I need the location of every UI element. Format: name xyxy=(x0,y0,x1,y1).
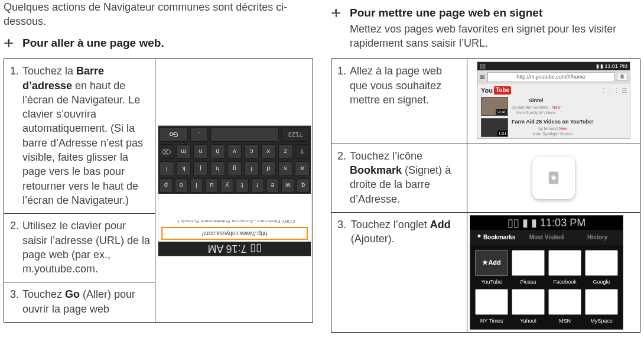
address-field[interactable]: http://m.youtube.com/#/home xyxy=(487,72,614,82)
key[interactable]: j xyxy=(194,161,209,175)
bookmark-cell[interactable]: Google xyxy=(585,250,618,285)
key[interactable]: u xyxy=(206,178,219,193)
key[interactable]: e xyxy=(266,178,279,193)
key[interactable]: i xyxy=(190,178,203,193)
key[interactable]: r xyxy=(251,178,264,193)
keyboard-screenshot: ▯▯ 7:16 AM http://www.cobyusa.com/ COBY … xyxy=(158,125,311,256)
key[interactable]: p xyxy=(160,178,173,193)
bookmarks-screenshot: ▯▯ ▮ ▮ 11:03 PM Bookmarks Most Visited H… xyxy=(470,215,623,330)
youtube-logo: YouTube ⋮⋮⋮ ☰ xyxy=(477,84,630,96)
key[interactable]: y xyxy=(220,178,233,193)
step-1: 1. Touchez la Barre d’adresse en haut de… xyxy=(10,64,150,207)
section-heading-row: Pour aller à une page web. xyxy=(4,36,313,51)
key-go[interactable]: Go xyxy=(160,127,188,142)
key[interactable]: c xyxy=(245,144,259,159)
key[interactable]: v xyxy=(227,144,242,159)
key[interactable]: q xyxy=(297,178,310,193)
key[interactable]: o xyxy=(175,178,188,193)
video-row[interactable]: 14:48 Sintel by BlenderFoundati... New f… xyxy=(477,96,630,117)
status-bar: ▯▯ 7:16 AM xyxy=(158,241,311,255)
youtube-screenshot: ▯▯ ▮ ▮ 11:01 PM ▦ http://m.youtube.com/#… xyxy=(477,61,630,139)
step-3: 3. Touchez l’onglet Add (Ajouter). xyxy=(337,217,462,246)
key[interactable]: a xyxy=(295,161,310,175)
key[interactable]: g xyxy=(227,161,242,175)
onscreen-keyboard[interactable]: q w e r t y u i o p xyxy=(158,126,311,194)
key[interactable]: f xyxy=(245,161,259,175)
cross-arrow-icon xyxy=(4,38,14,48)
step-3: 3. Touchez Go (Aller) pour ouvrir la pag… xyxy=(10,287,150,316)
step-2: 2. Utilisez le clavier pour saisir l’adr… xyxy=(10,219,150,276)
bookmark-cell[interactable]: MySpace xyxy=(585,289,618,324)
key[interactable]: k xyxy=(177,161,191,175)
status-bar: ▯▯ ▮ ▮ 11:01 PM xyxy=(477,62,630,70)
key[interactable]: b xyxy=(210,144,225,159)
key[interactable]: x xyxy=(261,144,276,159)
intro-text: Quelques actions de Navigateur communes … xyxy=(4,0,313,29)
bookmark-cell[interactable]: Yahoo! xyxy=(512,289,545,324)
section-heading: Pour mettre une page web en signet xyxy=(350,6,640,21)
key[interactable]: n xyxy=(194,144,209,159)
cross-arrow-icon xyxy=(331,8,341,18)
tab-most-visited[interactable]: Most Visited xyxy=(521,230,572,245)
key-backspace[interactable]: ⌫ xyxy=(160,144,174,159)
key[interactable]: h xyxy=(210,161,225,175)
key[interactable]: z xyxy=(278,144,293,159)
bookmark-icon[interactable] xyxy=(617,73,627,81)
bookmark-cell[interactable]: Picasa xyxy=(512,250,545,285)
key-dot[interactable]: . xyxy=(190,127,209,142)
page-caption: COBY Electronics - Consumer Entertainmen… xyxy=(158,194,311,225)
key[interactable]: m xyxy=(177,144,191,159)
bookmark-icon-card[interactable] xyxy=(532,157,575,199)
key[interactable]: l xyxy=(160,161,174,175)
page-favicon-icon: ▦ xyxy=(480,73,485,80)
key[interactable]: t xyxy=(236,178,249,193)
key[interactable]: w xyxy=(282,178,295,193)
bookmark-cell[interactable]: Facebook xyxy=(548,250,581,285)
bookmark-add[interactable]: ★ Add YouTube xyxy=(475,250,508,285)
key[interactable]: d xyxy=(261,161,276,175)
step-1: 1. Allez à la page web que vous souhaite… xyxy=(337,64,462,107)
key-symbols[interactable]: ?123 xyxy=(282,127,310,142)
bookmark-cell[interactable]: NY Times xyxy=(475,289,508,324)
key[interactable]: s xyxy=(278,161,293,175)
video-row[interactable]: 1:01 Farm Aid 25 Videos on YouTube! by f… xyxy=(477,117,630,138)
section-subtext: Mettez vos pages web favorites en signet… xyxy=(350,22,640,51)
key-shift[interactable]: ⇧ xyxy=(295,144,310,159)
tab-bookmarks[interactable]: Bookmarks xyxy=(470,230,521,245)
section-heading-row: Pour mettre une page web en signet Mette… xyxy=(331,6,640,50)
bookmark-star-icon xyxy=(545,170,562,186)
status-bar: ▯▯ ▮ ▮ 11:03 PM xyxy=(470,216,623,230)
key-space[interactable] xyxy=(210,127,279,142)
step-2: 2. Touchez l’icône Bookmark (Signet) à d… xyxy=(337,149,462,206)
address-field[interactable]: http://www.cobyusa.com/ xyxy=(162,227,307,239)
section-heading: Pour aller à une page web. xyxy=(22,36,164,51)
tab-history[interactable]: History xyxy=(572,230,623,245)
steps-table-left: 1. Touchez la Barre d’adresse en haut de… xyxy=(4,58,313,323)
bookmark-cell[interactable]: MSN xyxy=(548,289,581,324)
steps-table-right: 1. Allez à la page web que vous souhaite… xyxy=(331,58,640,333)
